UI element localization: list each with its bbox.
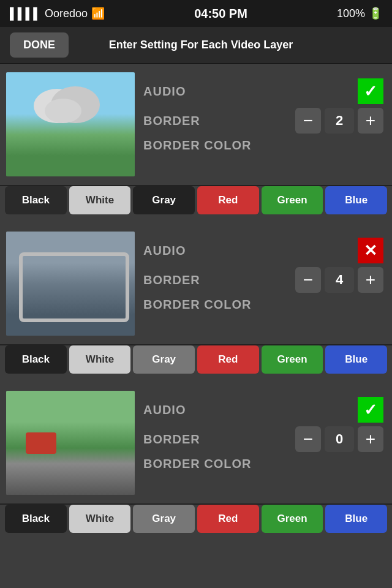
status-left: ▌▌▌▌ Ooredoo 📶 <box>10 7 105 20</box>
layer-3-color-green[interactable]: Green <box>262 505 323 533</box>
layer-2-color-white[interactable]: White <box>69 345 131 374</box>
header: DONE Enter Setting For Each Video Layer <box>0 27 392 64</box>
battery-icon: 🔋 <box>369 7 382 20</box>
layer-2-color-gray[interactable]: Gray <box>133 345 195 374</box>
layer-3-audio-row: AUDIO ✓ <box>143 397 383 423</box>
layer-1-controls: AUDIO ✓ BORDER − 2 + BORDER COLOR <box>135 72 392 185</box>
battery-label: 100% <box>337 7 365 20</box>
layer-1-audio-checkbox[interactable]: ✓ <box>358 78 383 104</box>
layer-3-border-decrement[interactable]: − <box>295 426 321 452</box>
layer-2-color-row: Black White Gray Red Green Blue <box>0 345 392 382</box>
layer-1-border-decrement[interactable]: − <box>295 108 321 134</box>
layer-3-color-blue[interactable]: Blue <box>325 505 387 533</box>
layer-1-border-label: BORDER <box>143 114 200 128</box>
time-display: 04:50 PM <box>194 7 247 21</box>
layer-3-border-color-label: BORDER COLOR <box>143 457 383 471</box>
layer-3-border-row: BORDER − 0 + <box>143 426 383 452</box>
layer-2-thumbnail <box>6 232 135 336</box>
layer-1-border-row: BORDER − 2 + <box>143 108 383 134</box>
layer-1-color-red[interactable]: Red <box>197 186 259 214</box>
layer-3-row: AUDIO ✓ BORDER − 0 + BORDER COLOR <box>0 382 392 505</box>
layer-3-audio-checkbox[interactable]: ✓ <box>358 397 383 423</box>
layer-1-color-row: Black White Gray Red Green Blue <box>0 186 392 223</box>
layer-2-row: AUDIO ✕ BORDER − 4 + BORDER COLOR <box>0 223 392 345</box>
layer-1-border-controls: − 2 + <box>295 108 383 134</box>
layer-2-controls: AUDIO ✕ BORDER − 4 + BORDER COLOR <box>135 232 392 344</box>
layer-row: AUDIO ✓ BORDER − 2 + BORDER COLOR <box>0 64 392 186</box>
layer-2-audio-label: AUDIO <box>143 244 186 258</box>
layer-1-audio-row: AUDIO ✓ <box>143 78 383 104</box>
carrier-label: Ooredoo <box>45 7 88 20</box>
layer-3-color-white[interactable]: White <box>69 505 131 533</box>
layer-2-audio-checkbox[interactable]: ✕ <box>358 238 383 263</box>
layer-1-color-blue[interactable]: Blue <box>325 186 387 214</box>
layer-3-color-row: Black White Gray Red Green Blue <box>0 505 392 541</box>
layer-2-color-blue[interactable]: Blue <box>325 345 387 374</box>
layer-1-thumbnail <box>6 72 135 176</box>
layer-1-audio-label: AUDIO <box>143 85 186 99</box>
layer-2-border-label: BORDER <box>143 273 200 287</box>
layer-2-border-row: BORDER − 4 + <box>143 267 383 293</box>
layer-3-border-controls: − 0 + <box>295 426 383 452</box>
layer-1-border-increment[interactable]: + <box>358 108 383 134</box>
layer-3-controls: AUDIO ✓ BORDER − 0 + BORDER COLOR <box>135 391 392 503</box>
layer-3-color-red[interactable]: Red <box>197 505 259 533</box>
layer-2-color-black[interactable]: Black <box>5 345 67 374</box>
layer-1-color-gray[interactable]: Gray <box>133 186 195 214</box>
layer-2-color-red[interactable]: Red <box>197 345 259 374</box>
layer-2-border-controls: − 4 + <box>295 267 383 293</box>
layer-3-audio-label: AUDIO <box>143 403 186 417</box>
signal-icon: ▌▌▌▌ <box>10 7 41 20</box>
layer-1-border-color-label: BORDER COLOR <box>143 138 383 153</box>
layer-3-thumbnail <box>6 391 135 495</box>
layer-3-border-increment[interactable]: + <box>358 426 383 452</box>
layer-2-color-green[interactable]: Green <box>262 345 323 374</box>
wifi-icon: 📶 <box>91 7 105 20</box>
status-right: 100% 🔋 <box>337 7 382 20</box>
layer-1-color-black[interactable]: Black <box>5 186 67 214</box>
layer-2-border-value: 4 <box>325 267 354 293</box>
content: AUDIO ✓ BORDER − 2 + BORDER COLOR Black … <box>0 64 392 588</box>
layer-1-color-white[interactable]: White <box>69 186 131 214</box>
layer-3-border-label: BORDER <box>143 432 200 447</box>
status-bar: ▌▌▌▌ Ooredoo 📶 04:50 PM 100% 🔋 <box>0 0 392 27</box>
layer-2-border-decrement[interactable]: − <box>295 267 321 293</box>
done-button[interactable]: DONE <box>10 32 69 58</box>
layer-2-audio-row: AUDIO ✕ <box>143 238 383 263</box>
layer-1-border-value: 2 <box>325 108 354 134</box>
layer-1-color-green[interactable]: Green <box>262 186 323 214</box>
layer-3-color-gray[interactable]: Gray <box>133 505 195 533</box>
layer-2-border-increment[interactable]: + <box>358 267 383 293</box>
layer-3-border-value: 0 <box>325 426 354 452</box>
layer-3-color-black[interactable]: Black <box>5 505 67 533</box>
page-title: Enter Setting For Each Video Layer <box>69 39 333 51</box>
layer-2-border-color-label: BORDER COLOR <box>143 298 383 312</box>
